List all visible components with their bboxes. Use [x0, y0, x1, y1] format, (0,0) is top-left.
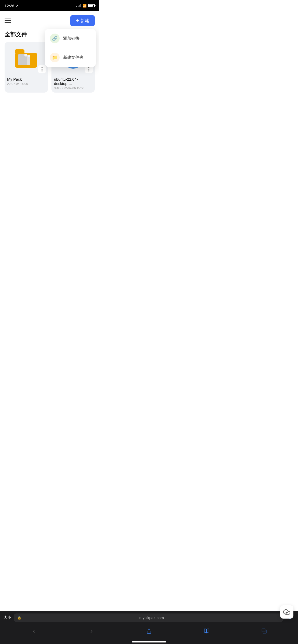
status-time: 12:26 ↗	[5, 4, 18, 8]
new-button-label: 新建	[80, 18, 89, 24]
file-info-ubuntu: ubuntu-22.04-desktop-... 3.4GB 22-07-06 …	[51, 75, 95, 93]
file-name-ubuntu: ubuntu-22.04-desktop-...	[54, 77, 92, 86]
status-icons: 📶	[76, 4, 95, 8]
file-thumb-my-pack	[5, 42, 48, 75]
app-container: + 新建 全部文件 My Pack	[0, 11, 99, 189]
file-card-my-pack[interactable]: My Pack 22-07-06 16:05	[5, 42, 48, 93]
file-meta-ubuntu: 3.4GB 22-07-06 15:50	[54, 86, 92, 90]
dropdown-item-add-link[interactable]: 🔗 添加链接	[45, 29, 96, 48]
wifi-icon: 📶	[83, 4, 87, 8]
link-icon-bg: 🔗	[50, 34, 60, 43]
file-meta-my-pack: 22-07-06 16:05	[7, 82, 45, 86]
menu-button[interactable]	[5, 19, 11, 23]
add-link-label: 添加链接	[63, 36, 79, 41]
folder-illustration	[15, 49, 38, 68]
battery-icon	[88, 4, 95, 7]
dropdown-menu: 🔗 添加链接 📁 新建文件夹	[45, 29, 96, 67]
time-display: 12:26	[5, 4, 14, 8]
header: + 新建	[0, 11, 99, 29]
file-name-my-pack: My Pack	[7, 77, 45, 81]
file-info-my-pack: My Pack 22-07-06 16:05	[5, 75, 48, 88]
link-icon: 🔗	[52, 36, 58, 41]
plus-icon: +	[76, 18, 79, 24]
location-icon: ↗	[16, 4, 18, 8]
more-button-my-pack[interactable]	[38, 65, 46, 73]
signal-icon	[76, 4, 81, 7]
new-folder-label: 新建文件夹	[63, 55, 84, 60]
new-button[interactable]: + 新建	[70, 15, 95, 26]
status-bar: 12:26 ↗ 📶	[0, 0, 99, 11]
folder-icon-bg: 📁	[50, 53, 60, 62]
dropdown-item-new-folder[interactable]: 📁 新建文件夹	[45, 48, 96, 67]
folder-icon: 📁	[52, 55, 58, 60]
